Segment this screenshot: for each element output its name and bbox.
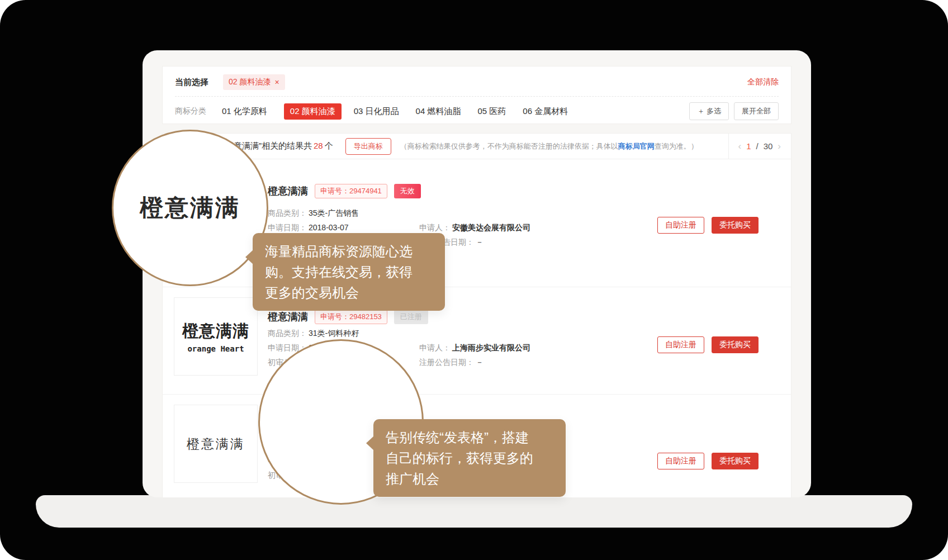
filter-panel: 当前选择 02 颜料油漆 × 全部清除 商标分类 01 化学原料 02 颜料油漆… xyxy=(162,66,791,124)
close-icon[interactable]: × xyxy=(274,78,279,86)
tooltip-line: 海量精品商标资源随心选 xyxy=(265,241,433,262)
apply-date-value: 2018-03-07 xyxy=(309,223,349,232)
results-summary-suffix: 个 xyxy=(325,141,333,150)
trademark-image-text: 橙意满满 xyxy=(182,320,249,343)
status-badge: 无效 xyxy=(394,184,421,198)
current-page: 1 xyxy=(746,141,751,151)
total-pages: 30 xyxy=(764,141,773,151)
disclaimer-suffix: 查询为准。） xyxy=(655,142,698,150)
magnified-trademark-text: 橙意满满 xyxy=(140,192,240,224)
dashed-divider xyxy=(175,96,779,97)
prev-page-icon[interactable]: ‹ xyxy=(738,141,741,152)
registration-publication-value: － xyxy=(476,238,484,246)
feature-tooltip-trade: 海量精品商标资源随心选 购。支持在线交易，获得 更多的交易机会 xyxy=(253,233,445,311)
current-selection-row: 当前选择 02 颜料油漆 × 全部清除 xyxy=(175,72,779,92)
multi-select-button[interactable]: ＋ 多选 xyxy=(689,102,729,120)
results-header: 检索到“橙意满满”相关的结果共28个 导出商标 （商标检索结果仅供参考，不作为商… xyxy=(163,134,791,159)
selected-filter-chip-label: 02 颜料油漆 xyxy=(229,77,271,87)
export-trademark-button[interactable]: 导出商标 xyxy=(345,138,391,155)
category-label: 商品类别： xyxy=(268,208,307,217)
trademark-name: 橙意满满 xyxy=(268,184,308,198)
category-label: 商品类别： xyxy=(268,329,307,338)
selected-filter-chip[interactable]: 02 颜料油漆 × xyxy=(223,74,285,90)
next-page-icon[interactable]: › xyxy=(778,141,781,152)
trademark-name: 橙意满满 xyxy=(268,310,308,324)
category-item-02-selected[interactable]: 02 颜料油漆 xyxy=(284,103,342,120)
category-item-03[interactable]: 03 日化用品 xyxy=(354,106,399,117)
trademark-image: 橙意满满 orange Heart xyxy=(174,297,258,376)
trademark-image-subtext: orange Heart xyxy=(187,344,244,353)
self-register-button[interactable]: 自助注册 xyxy=(657,453,704,469)
tooltip-line: 自己的标行，获得更多的 xyxy=(386,448,553,468)
category-item-05[interactable]: 05 医药 xyxy=(477,106,506,117)
applicant-label: 申请人： xyxy=(419,223,451,232)
application-number-tag: 申请号：29482153 xyxy=(315,310,387,324)
trademark-image: 橙意满满 xyxy=(174,405,258,483)
applicant-value: 上海雨步实业有限公司 xyxy=(452,343,530,352)
disclaimer-prefix: （商标检索结果仅供参考，不作为商标能否注册的法律依据；具体以 xyxy=(400,142,618,150)
status-badge: 已注册 xyxy=(394,310,428,324)
tooltip-line: 购。支持在线交易，获得 xyxy=(265,262,433,282)
registration-publication-label: 注册公告日期： xyxy=(419,358,474,367)
tooltip-line: 推广机会 xyxy=(386,468,553,489)
category-row: 商标分类 01 化学原料 02 颜料油漆 03 日化用品 04 燃料油脂 05 … xyxy=(175,101,779,121)
category-item-04[interactable]: 04 燃料油脂 xyxy=(416,106,461,117)
tooltip-arrow-left-icon xyxy=(245,250,253,264)
self-register-button[interactable]: 自助注册 xyxy=(657,336,704,353)
current-selection-label: 当前选择 xyxy=(175,77,208,88)
category-item-01[interactable]: 01 化学原料 xyxy=(222,106,267,117)
results-count: 28 xyxy=(314,141,323,150)
device-base xyxy=(36,495,912,528)
category-value: 35类-广告销售 xyxy=(309,208,359,217)
entrust-buy-button[interactable]: 委托购买 xyxy=(712,217,759,234)
tooltip-line: 更多的交易机会 xyxy=(265,282,433,303)
feature-tooltip-promote: 告别传统“发表格”，搭建 自己的标行，获得更多的 推广机会 xyxy=(373,419,566,497)
results-disclaimer: （商标检索结果仅供参考，不作为商标能否注册的法律依据；具体以商标局官网查询为准。… xyxy=(400,141,698,151)
page-separator: / xyxy=(756,141,758,151)
category-row-label: 商标分类 xyxy=(175,106,206,116)
trademark-image-text: 橙意满满 xyxy=(187,435,245,453)
applicant-value: 安徽美达会展有限公司 xyxy=(452,223,530,232)
applicant-label: 申请人： xyxy=(419,343,451,352)
trademark-office-link[interactable]: 商标局官网 xyxy=(618,142,655,150)
clear-all-button[interactable]: 全部清除 xyxy=(747,77,779,87)
tooltip-arrow-left-icon xyxy=(366,436,374,450)
entrust-buy-button[interactable]: 委托购买 xyxy=(712,336,759,353)
category-item-06[interactable]: 06 金属材料 xyxy=(523,106,568,117)
magnifier-circle: 橙意满满 xyxy=(112,130,268,286)
pagination: ‹ 1 / 30 › xyxy=(728,134,791,159)
entrust-buy-button[interactable]: 委托购买 xyxy=(712,453,759,469)
category-value: 31类-饲料种籽 xyxy=(309,329,359,338)
apply-date-label: 申请日期： xyxy=(268,223,307,232)
self-register-button[interactable]: 自助注册 xyxy=(657,217,704,234)
tooltip-line: 告别传统“发表格”，搭建 xyxy=(386,427,553,448)
expand-all-button[interactable]: 展开全部 xyxy=(734,102,779,120)
screenshot-stage: 当前选择 02 颜料油漆 × 全部清除 商标分类 01 化学原料 02 颜料油漆… xyxy=(0,0,948,560)
registration-publication-value: － xyxy=(476,358,484,367)
application-number-tag: 申请号：29474941 xyxy=(315,184,387,198)
